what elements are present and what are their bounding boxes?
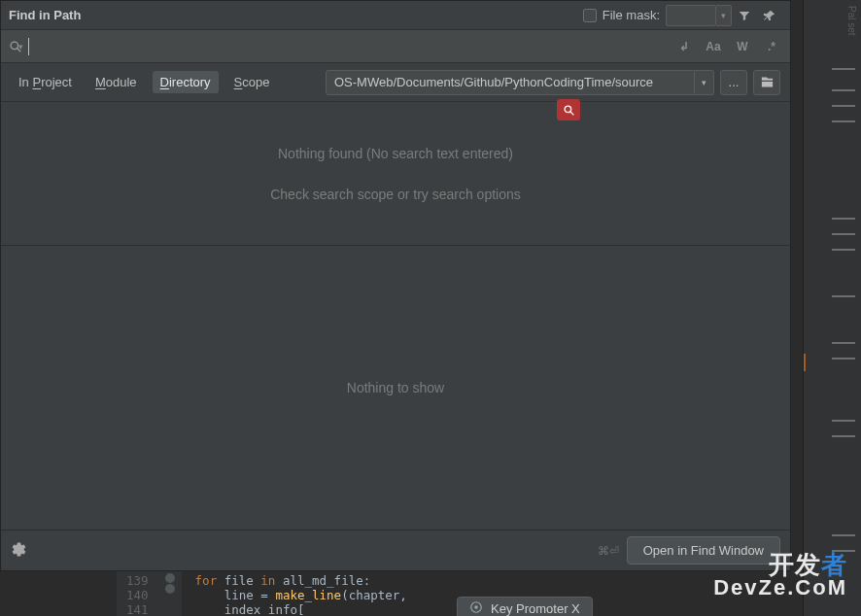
preview-empty-panel: Nothing to show (1, 246, 790, 530)
whole-words-option[interactable]: W (730, 35, 755, 58)
svg-point-5 (474, 605, 478, 609)
minimap-tick (832, 550, 855, 552)
search-icon: ▾ (7, 40, 24, 53)
svg-point-0 (11, 42, 18, 50)
minimap-tick (832, 295, 855, 297)
code-line: for file in all_md_file: (195, 573, 407, 588)
editor-gutter: 139140141 (117, 571, 158, 616)
directory-path-field[interactable]: OS-MWeb/Documents/Github/PythonCodingTim… (326, 70, 695, 95)
minimap-tick (832, 105, 855, 107)
editor-code: for file in all_md_file: line = make_lin… (182, 571, 407, 616)
gear-icon[interactable] (11, 541, 30, 561)
nothing-found-message: Nothing found (No search text entered) (278, 146, 513, 161)
file-mask-input[interactable] (666, 5, 716, 26)
minimap-tick (832, 342, 855, 344)
minimap-label: Pal set (846, 6, 857, 36)
gutter-line-number: 139 (126, 573, 149, 588)
find-in-path-dialog: Find in Path File mask: ▾ ▾ ↲ Aa W .* In (0, 0, 791, 571)
minimap-tick (832, 249, 855, 251)
minimap-tick (832, 120, 855, 122)
minimap-tick (832, 89, 855, 91)
key-promoter-label: Key Promoter X (491, 601, 580, 616)
tab-project[interactable]: In Project (11, 71, 80, 93)
file-mask-label: File mask: (603, 8, 660, 22)
search-row: ▾ ↲ Aa W .* (1, 30, 790, 63)
text-caret (28, 38, 29, 55)
pin-icon[interactable] (757, 5, 782, 26)
newline-option-icon[interactable]: ↲ (672, 35, 697, 58)
svg-line-3 (570, 112, 573, 115)
minimap-tick (832, 534, 855, 536)
filter-icon[interactable] (732, 5, 757, 26)
minimap-tick (832, 435, 855, 437)
key-promoter-icon (469, 600, 483, 616)
minimap-viewport-marker (804, 354, 806, 371)
gutter-line-number: 140 (126, 588, 149, 602)
browse-button[interactable]: ... (720, 70, 747, 95)
minimap-tick (832, 420, 855, 422)
file-mask-checkbox[interactable] (583, 9, 597, 22)
dialog-title: Find in Path (9, 8, 81, 22)
scope-row: In ProjectModuleDirectoryScope OS-MWeb/D… (1, 63, 790, 102)
directory-path-value: OS-MWeb/Documents/Github/PythonCodingTim… (334, 75, 653, 89)
dialog-titlebar: Find in Path File mask: ▾ (1, 1, 790, 30)
key-promoter-notification[interactable]: Key Promoter X (457, 597, 593, 616)
svg-point-2 (565, 106, 571, 113)
search-highlight-badge (557, 99, 580, 120)
recursive-toggle-icon[interactable] (753, 70, 780, 95)
search-input[interactable] (33, 30, 668, 62)
minimap-tick (832, 233, 855, 235)
nothing-to-show-message: Nothing to show (347, 380, 444, 395)
results-empty-panel: Nothing found (No search text entered) C… (1, 102, 790, 246)
code-line: index info[ (195, 602, 407, 616)
minimap-tick (832, 68, 855, 70)
regex-option[interactable]: .* (759, 35, 784, 58)
check-scope-message: Check search scope or try search options (270, 187, 521, 202)
tab-module[interactable]: Module (87, 71, 145, 93)
gutter-line-number: 141 (126, 602, 149, 616)
directory-path-dropdown[interactable]: ▾ (695, 70, 714, 95)
open-in-find-window-button[interactable]: Open in Find Window (627, 536, 780, 565)
editor-minimap: Pal set (803, 0, 861, 616)
dialog-bottom-bar: ⌘⏎ Open in Find Window (1, 530, 790, 570)
tab-directory[interactable]: Directory (153, 71, 219, 93)
match-case-option[interactable]: Aa (701, 35, 726, 58)
file-mask-dropdown[interactable]: ▾ (716, 5, 732, 26)
tab-scope[interactable]: Scope (226, 71, 278, 93)
editor-gutter-icons (158, 571, 182, 616)
code-line: line = make_line(chapter, (195, 588, 407, 602)
minimap-tick (832, 358, 855, 359)
shortcut-hint: ⌘⏎ (598, 544, 619, 558)
minimap-tick (832, 218, 855, 220)
